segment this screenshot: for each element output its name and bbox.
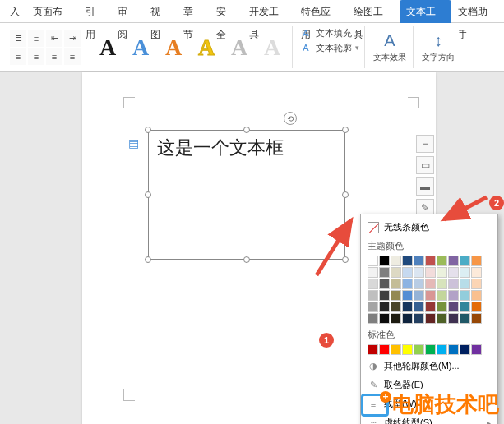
color-swatch[interactable] [391, 313, 401, 324]
color-swatch[interactable] [448, 290, 459, 301]
color-swatch[interactable] [471, 256, 482, 266]
tab-drawing[interactable]: 绘图工具 [347, 0, 400, 23]
wordart-style-3[interactable]: A [159, 33, 188, 62]
color-swatch[interactable] [379, 313, 390, 324]
color-swatch[interactable] [402, 290, 413, 301]
color-swatch[interactable] [391, 302, 401, 312]
color-swatch[interactable] [402, 256, 413, 266]
color-swatch[interactable] [425, 313, 436, 324]
color-swatch[interactable] [391, 290, 401, 301]
text-direction-button[interactable]: ↕ 文字方向 [420, 28, 456, 67]
color-swatch[interactable] [425, 256, 436, 266]
color-swatch[interactable] [425, 290, 436, 301]
resize-handle-t[interactable] [243, 127, 250, 133]
color-swatch[interactable] [437, 279, 447, 289]
align-center-button[interactable]: ≡ [28, 48, 44, 65]
color-swatch[interactable] [414, 256, 424, 266]
color-swatch[interactable] [460, 313, 470, 324]
color-swatch[interactable] [437, 267, 447, 278]
color-swatch[interactable] [379, 256, 390, 266]
color-swatch[interactable] [402, 302, 413, 312]
color-swatch[interactable] [391, 344, 401, 355]
text-fill-button[interactable]: A文本填充▾ [299, 26, 359, 39]
tab-dev[interactable]: 开发工具 [243, 0, 295, 23]
color-swatch[interactable] [460, 302, 470, 312]
color-swatch[interactable] [471, 313, 482, 324]
color-swatch[interactable] [402, 267, 413, 278]
color-swatch[interactable] [368, 267, 378, 278]
color-swatch[interactable] [368, 290, 378, 301]
color-swatch[interactable] [437, 313, 447, 324]
bullets-button[interactable]: ≣ [10, 30, 26, 47]
tab-security[interactable]: 安全 [210, 0, 243, 23]
tab-review[interactable]: 审阅 [111, 0, 144, 23]
color-swatch[interactable] [437, 344, 447, 355]
tab-view[interactable]: 视图 [144, 0, 177, 23]
fill-tool-button[interactable]: ▬ [416, 177, 434, 196]
wordart-style-5[interactable]: A [224, 33, 254, 62]
resize-handle-l[interactable] [145, 191, 151, 198]
color-swatch[interactable] [437, 256, 447, 266]
color-swatch[interactable] [368, 256, 378, 266]
numbering-button[interactable]: ≡ [28, 30, 44, 47]
tab-special[interactable]: 特色应用 [294, 0, 347, 23]
textbox-content[interactable]: 这是一个文本框 [149, 131, 344, 165]
color-swatch[interactable] [471, 302, 482, 312]
color-swatch[interactable] [460, 267, 470, 278]
align-right-button[interactable]: ≡ [46, 48, 62, 65]
resize-handle-b[interactable] [243, 256, 250, 263]
color-swatch[interactable] [471, 290, 482, 301]
rotate-handle[interactable]: ⟲ [284, 112, 297, 125]
color-swatch[interactable] [379, 344, 390, 355]
color-swatch[interactable] [448, 344, 459, 355]
color-swatch[interactable] [437, 290, 447, 301]
color-swatch[interactable] [391, 256, 401, 266]
color-swatch[interactable] [402, 279, 413, 289]
color-swatch[interactable] [460, 256, 470, 266]
color-swatch[interactable] [471, 279, 482, 289]
tab-layout[interactable]: 页面布局 [26, 0, 79, 23]
color-swatch[interactable] [460, 344, 470, 355]
collapse-button[interactable]: − [416, 135, 434, 153]
color-swatch[interactable] [414, 279, 424, 289]
color-swatch[interactable] [402, 313, 413, 324]
outdent-button[interactable]: ⇤ [46, 30, 62, 47]
color-swatch[interactable] [425, 279, 436, 289]
color-swatch[interactable] [448, 279, 459, 289]
color-swatch[interactable] [402, 344, 413, 355]
tab-helper[interactable]: 文档助手 [451, 0, 504, 23]
color-swatch[interactable] [471, 267, 482, 278]
color-swatch[interactable] [379, 267, 390, 278]
text-outline-button[interactable]: A文本轮廓▾ [299, 41, 359, 54]
color-swatch[interactable] [448, 313, 459, 324]
color-swatch[interactable] [379, 302, 390, 312]
color-swatch[interactable] [425, 344, 436, 355]
color-swatch[interactable] [368, 279, 378, 289]
color-swatch[interactable] [368, 344, 378, 355]
wordart-style-4[interactable]: A [192, 33, 221, 62]
color-swatch[interactable] [379, 279, 390, 289]
color-swatch[interactable] [460, 290, 470, 301]
color-swatch[interactable] [414, 344, 424, 355]
text-effect-button[interactable]: A 文本效果 [372, 28, 408, 67]
tab-insert[interactable]: 入 [3, 0, 26, 23]
color-swatch[interactable] [414, 267, 424, 278]
color-swatch[interactable] [448, 267, 459, 278]
color-swatch[interactable] [414, 302, 424, 312]
more-colors-option[interactable]: ◑ 其他轮廓颜色(M)... [366, 357, 492, 376]
resize-handle-tr[interactable] [342, 127, 349, 133]
wordart-style-1[interactable]: A [93, 33, 123, 62]
resize-handle-tl[interactable] [145, 127, 151, 133]
color-swatch[interactable] [448, 302, 459, 312]
color-swatch[interactable] [414, 290, 424, 301]
color-swatch[interactable] [460, 279, 470, 289]
color-swatch[interactable] [368, 302, 378, 312]
wordart-style-6[interactable]: A [257, 33, 287, 62]
tab-texttool[interactable]: 文本工具 [400, 0, 452, 23]
wordart-style-2[interactable]: A [126, 33, 155, 62]
indent-button[interactable]: ⇥ [64, 30, 81, 47]
align-justify-button[interactable]: ≡ [64, 48, 81, 65]
color-swatch[interactable] [368, 313, 378, 324]
color-swatch[interactable] [391, 279, 401, 289]
color-swatch[interactable] [379, 290, 390, 301]
